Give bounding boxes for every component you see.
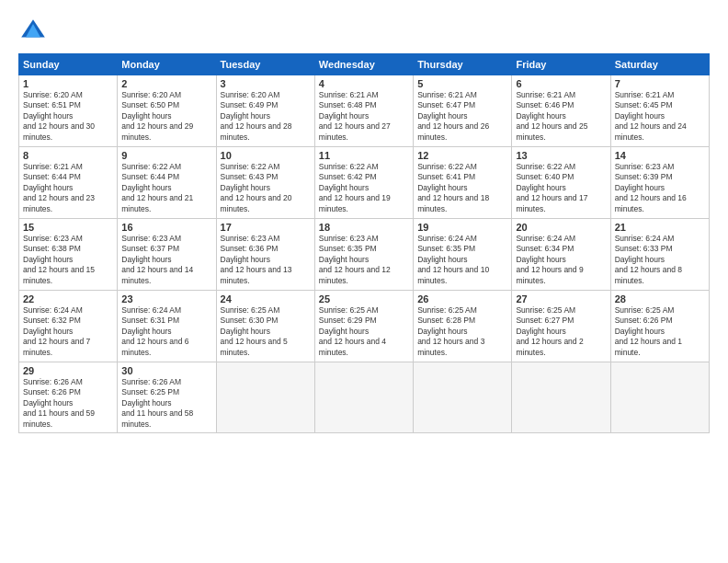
calendar-cell: 30 Sunrise: 6:26 AM Sunset: 6:25 PM Dayl… [118,362,216,433]
day-info: Sunrise: 6:21 AM Sunset: 6:47 PM Dayligh… [417,90,507,143]
header [18,17,710,46]
day-number: 11 [319,150,409,161]
calendar-cell [216,362,314,433]
calendar-cell: 4 Sunrise: 6:21 AM Sunset: 6:48 PM Dayli… [314,75,413,147]
day-info: Sunrise: 6:26 AM Sunset: 6:25 PM Dayligh… [121,377,211,430]
logo-icon [18,17,48,46]
day-info: Sunrise: 6:22 AM Sunset: 6:41 PM Dayligh… [417,162,507,214]
day-number: 18 [319,222,409,233]
calendar-cell: 15 Sunrise: 6:23 AM Sunset: 6:38 PM Dayl… [19,219,118,291]
day-info: Sunrise: 6:24 AM Sunset: 6:33 PM Dayligh… [615,234,705,286]
day-info: Sunrise: 6:20 AM Sunset: 6:51 PM Dayligh… [23,90,113,143]
day-info: Sunrise: 6:23 AM Sunset: 6:36 PM Dayligh… [221,234,311,286]
calendar-day-header: Wednesday [314,54,413,75]
day-info: Sunrise: 6:26 AM Sunset: 6:26 PM Dayligh… [23,377,113,430]
calendar-cell: 12 Sunrise: 6:22 AM Sunset: 6:41 PM Dayl… [414,147,512,219]
day-info: Sunrise: 6:25 AM Sunset: 6:29 PM Dayligh… [319,305,409,358]
calendar-cell: 27 Sunrise: 6:25 AM Sunset: 6:27 PM Dayl… [512,291,610,362]
calendar-cell: 21 Sunrise: 6:24 AM Sunset: 6:33 PM Dayl… [610,219,709,291]
calendar-day-header: Sunday [19,54,118,75]
day-info: Sunrise: 6:23 AM Sunset: 6:37 PM Dayligh… [121,234,211,286]
calendar-cell: 29 Sunrise: 6:26 AM Sunset: 6:26 PM Dayl… [19,362,118,433]
page: SundayMondayTuesdayWednesdayThursdayFrid… [0,0,728,563]
calendar-cell: 25 Sunrise: 6:25 AM Sunset: 6:29 PM Dayl… [314,291,413,362]
calendar-day-header: Tuesday [216,54,314,75]
day-info: Sunrise: 6:24 AM Sunset: 6:32 PM Dayligh… [23,305,113,358]
calendar-week-row: 29 Sunrise: 6:26 AM Sunset: 6:26 PM Dayl… [19,362,710,433]
day-info: Sunrise: 6:24 AM Sunset: 6:35 PM Dayligh… [417,234,507,286]
day-number: 4 [319,78,409,89]
calendar-header-row: SundayMondayTuesdayWednesdayThursdayFrid… [19,54,710,75]
day-info: Sunrise: 6:22 AM Sunset: 6:42 PM Dayligh… [319,162,409,214]
calendar-cell: 11 Sunrise: 6:22 AM Sunset: 6:42 PM Dayl… [314,147,413,219]
day-number: 8 [23,150,113,161]
day-info: Sunrise: 6:22 AM Sunset: 6:40 PM Dayligh… [516,162,606,214]
day-number: 22 [23,293,113,304]
calendar-cell: 28 Sunrise: 6:25 AM Sunset: 6:26 PM Dayl… [610,291,709,362]
calendar-cell: 14 Sunrise: 6:23 AM Sunset: 6:39 PM Dayl… [610,147,709,219]
day-info: Sunrise: 6:20 AM Sunset: 6:49 PM Dayligh… [221,90,311,143]
day-number: 19 [417,222,507,233]
day-number: 28 [615,293,705,304]
calendar-day-header: Friday [512,54,610,75]
calendar-cell: 13 Sunrise: 6:22 AM Sunset: 6:40 PM Dayl… [512,147,610,219]
calendar-cell: 2 Sunrise: 6:20 AM Sunset: 6:50 PM Dayli… [118,75,216,147]
calendar-cell: 6 Sunrise: 6:21 AM Sunset: 6:46 PM Dayli… [512,75,610,147]
day-info: Sunrise: 6:25 AM Sunset: 6:28 PM Dayligh… [417,305,507,358]
day-number: 14 [615,150,705,161]
day-info: Sunrise: 6:24 AM Sunset: 6:34 PM Dayligh… [516,234,606,286]
day-info: Sunrise: 6:21 AM Sunset: 6:46 PM Dayligh… [516,90,606,143]
calendar-cell [414,362,512,433]
calendar-cell: 1 Sunrise: 6:20 AM Sunset: 6:51 PM Dayli… [19,75,118,147]
day-info: Sunrise: 6:21 AM Sunset: 6:45 PM Dayligh… [615,90,705,143]
day-number: 1 [23,78,113,89]
day-number: 5 [417,78,507,89]
day-info: Sunrise: 6:22 AM Sunset: 6:43 PM Dayligh… [221,162,311,214]
calendar-cell: 18 Sunrise: 6:23 AM Sunset: 6:35 PM Dayl… [314,219,413,291]
calendar-table: SundayMondayTuesdayWednesdayThursdayFrid… [18,53,710,433]
day-info: Sunrise: 6:20 AM Sunset: 6:50 PM Dayligh… [121,90,211,143]
calendar-cell: 7 Sunrise: 6:21 AM Sunset: 6:45 PM Dayli… [610,75,709,147]
calendar-cell: 19 Sunrise: 6:24 AM Sunset: 6:35 PM Dayl… [414,219,512,291]
calendar-cell: 20 Sunrise: 6:24 AM Sunset: 6:34 PM Dayl… [512,219,610,291]
day-info: Sunrise: 6:21 AM Sunset: 6:44 PM Dayligh… [23,162,113,214]
calendar-cell: 10 Sunrise: 6:22 AM Sunset: 6:43 PM Dayl… [216,147,314,219]
day-number: 10 [221,150,311,161]
calendar-day-header: Monday [118,54,216,75]
day-info: Sunrise: 6:25 AM Sunset: 6:27 PM Dayligh… [516,305,606,358]
calendar-day-header: Thursday [414,54,512,75]
day-info: Sunrise: 6:23 AM Sunset: 6:39 PM Dayligh… [615,162,705,214]
calendar-cell: 24 Sunrise: 6:25 AM Sunset: 6:30 PM Dayl… [216,291,314,362]
day-number: 2 [121,78,211,89]
day-number: 13 [516,150,606,161]
day-info: Sunrise: 6:23 AM Sunset: 6:38 PM Dayligh… [23,234,113,286]
day-number: 17 [221,222,311,233]
day-number: 16 [121,222,211,233]
calendar-cell: 5 Sunrise: 6:21 AM Sunset: 6:47 PM Dayli… [414,75,512,147]
day-number: 15 [23,222,113,233]
day-number: 23 [121,293,211,304]
day-number: 20 [516,222,606,233]
calendar-week-row: 1 Sunrise: 6:20 AM Sunset: 6:51 PM Dayli… [19,75,710,147]
calendar-cell: 9 Sunrise: 6:22 AM Sunset: 6:44 PM Dayli… [118,147,216,219]
calendar-day-header: Saturday [610,54,709,75]
calendar-cell: 26 Sunrise: 6:25 AM Sunset: 6:28 PM Dayl… [414,291,512,362]
day-number: 30 [121,365,211,376]
calendar-cell [512,362,610,433]
day-info: Sunrise: 6:21 AM Sunset: 6:48 PM Dayligh… [319,90,409,143]
day-info: Sunrise: 6:24 AM Sunset: 6:31 PM Dayligh… [121,305,211,358]
calendar-cell: 17 Sunrise: 6:23 AM Sunset: 6:36 PM Dayl… [216,219,314,291]
calendar-cell: 23 Sunrise: 6:24 AM Sunset: 6:31 PM Dayl… [118,291,216,362]
day-number: 3 [221,78,311,89]
day-number: 6 [516,78,606,89]
day-number: 25 [319,293,409,304]
day-number: 21 [615,222,705,233]
calendar-cell [610,362,709,433]
day-info: Sunrise: 6:25 AM Sunset: 6:30 PM Dayligh… [221,305,311,358]
day-number: 12 [417,150,507,161]
day-number: 24 [221,293,311,304]
calendar-week-row: 8 Sunrise: 6:21 AM Sunset: 6:44 PM Dayli… [19,147,710,219]
calendar-cell: 8 Sunrise: 6:21 AM Sunset: 6:44 PM Dayli… [19,147,118,219]
day-number: 9 [121,150,211,161]
logo [18,17,51,46]
